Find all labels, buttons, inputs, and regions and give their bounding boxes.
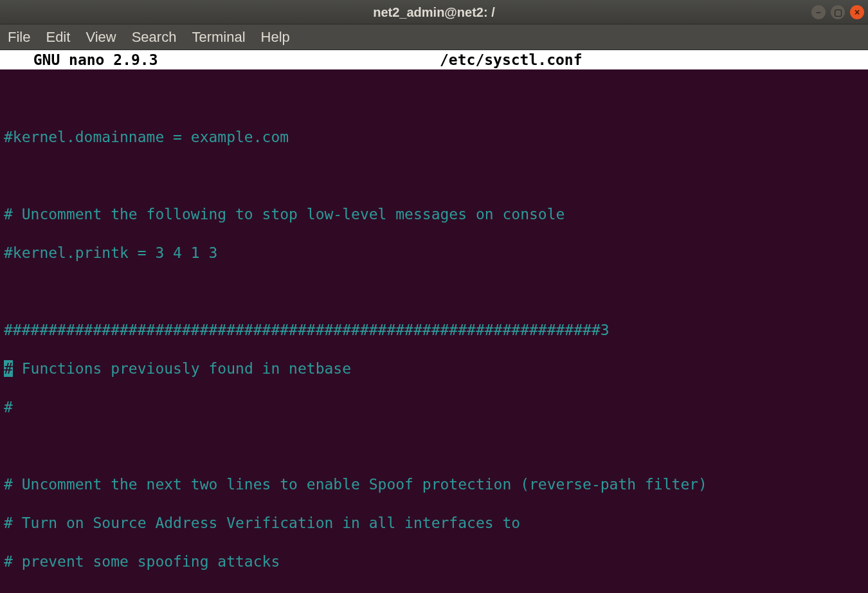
- editor-line: # Functions previously found in netbase: [4, 359, 864, 378]
- editor-line: #net.ipv4.conf.default.rp_filter=1: [4, 590, 864, 593]
- nano-header: GNU nano 2.9.3 /etc/sysctl.conf: [0, 50, 868, 69]
- menu-edit[interactable]: Edit: [46, 28, 70, 47]
- window-title: net2_admin@net2: /: [373, 3, 495, 22]
- menu-help[interactable]: Help: [261, 28, 290, 47]
- nano-app-label: GNU nano 2.9.3: [4, 50, 158, 69]
- maximize-icon[interactable]: ▢: [831, 5, 845, 19]
- editor-line: [4, 282, 864, 301]
- close-icon[interactable]: ×: [850, 5, 864, 19]
- editor-line: #kernel.domainname = example.com: [4, 127, 864, 147]
- nano-filename: /etc/sysctl.conf: [440, 50, 583, 69]
- cursor: #: [4, 360, 13, 377]
- editor-text: Functions previously found in netbase: [13, 360, 351, 377]
- editor-line: #: [4, 397, 864, 417]
- window-controls: – ▢ ×: [811, 5, 864, 19]
- editor-line: [4, 89, 864, 108]
- menu-view[interactable]: View: [86, 28, 116, 47]
- editor-line: # Uncomment the next two lines to enable…: [4, 475, 864, 494]
- minimize-icon[interactable]: –: [811, 5, 826, 19]
- menu-file[interactable]: File: [8, 28, 30, 47]
- editor-area[interactable]: #kernel.domainname = example.com # Uncom…: [0, 69, 868, 593]
- editor-line: #kernel.printk = 3 4 1 3: [4, 243, 864, 262]
- menu-terminal[interactable]: Terminal: [192, 28, 245, 47]
- menu-search[interactable]: Search: [132, 28, 177, 47]
- editor-line: [4, 436, 864, 455]
- editor-line: [4, 166, 864, 185]
- editor-line: # Turn on Source Address Verification in…: [4, 513, 864, 533]
- editor-line: # prevent some spoofing attacks: [4, 552, 864, 571]
- editor-line: # Uncomment the following to stop low-le…: [4, 205, 864, 224]
- editor-line: ########################################…: [4, 320, 864, 340]
- window-titlebar: net2_admin@net2: / – ▢ ×: [0, 0, 868, 24]
- menubar: File Edit View Search Terminal Help: [0, 24, 868, 50]
